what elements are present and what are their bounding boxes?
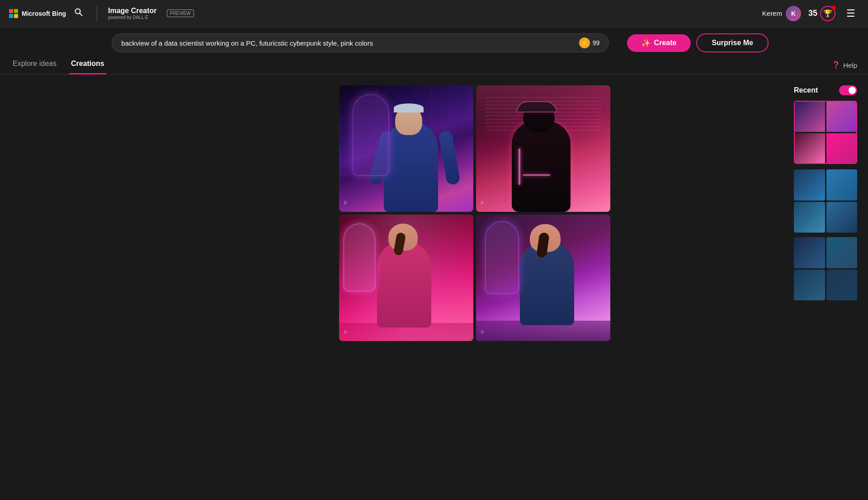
search-input[interactable] (121, 39, 579, 47)
header-left: Microsoft Bing Image Creator powered by … (9, 5, 194, 22)
coin-number: 35 (808, 9, 817, 18)
watermark-2: ᵇ (480, 199, 483, 209)
search-bar: ⚡ 99 (112, 33, 609, 52)
main-content: ᵇ (0, 75, 868, 352)
header-right: Kerem K 35 🏆 ☰ (762, 6, 859, 21)
bing-logo[interactable]: Microsoft Bing (9, 9, 66, 18)
recent-thumb-2[interactable] (826, 102, 857, 132)
recent-thumb-10[interactable] (826, 237, 858, 268)
recent-thumb-3[interactable] (795, 133, 825, 164)
recent-thumb-1[interactable] (795, 102, 825, 132)
coin-count: 35 🏆 (808, 6, 835, 21)
watermark-4: ᵇ (480, 328, 483, 338)
surprise-label: Surprise Me (712, 39, 753, 47)
search-button[interactable] (71, 5, 86, 22)
username: Kerem (762, 9, 782, 17)
image-card-2[interactable]: ᵇ (476, 85, 610, 212)
help-icon: ❓ (832, 61, 840, 69)
recent-thumb-4[interactable] (826, 133, 857, 164)
image-card-3[interactable]: ᵇ (339, 215, 473, 341)
help-label: Help (843, 61, 857, 69)
tab-creations[interactable]: Creations (69, 56, 106, 75)
help-button[interactable]: ❓ Help (832, 61, 857, 69)
create-label: Create (654, 39, 677, 47)
avatar[interactable]: K (786, 6, 801, 21)
recent-group-3[interactable] (794, 237, 857, 300)
header-divider (97, 5, 97, 22)
boost-count: 99 (593, 39, 600, 47)
user-info: Kerem K (762, 6, 801, 21)
app-title-group: Image Creator powered by DALL·E (108, 7, 157, 20)
header: Microsoft Bing Image Creator powered by … (0, 0, 868, 27)
recent-thumb-9[interactable] (794, 237, 825, 268)
windows-icon (9, 9, 18, 18)
image-card-1[interactable]: ᵇ (339, 85, 473, 212)
app-title: Image Creator (108, 7, 157, 15)
search-icon (74, 8, 83, 17)
lightning-icon: ⚡ (579, 37, 590, 48)
recent-thumb-5[interactable] (794, 169, 825, 201)
watermark-3: ᵇ (343, 328, 346, 338)
image-card-4[interactable]: ᵇ (476, 215, 610, 341)
svg-rect-1 (14, 9, 18, 13)
app-subtitle: powered by DALL·E (108, 15, 157, 20)
recent-thumb-7[interactable] (794, 202, 825, 233)
svg-rect-0 (9, 9, 13, 13)
search-section: ⚡ 99 ✨ Create Surprise Me (0, 27, 868, 52)
recent-thumb-12[interactable] (826, 270, 858, 301)
left-spacer (11, 85, 165, 341)
boost-indicator: ⚡ 99 (579, 37, 600, 48)
recent-toggle[interactable] (839, 85, 857, 95)
recent-group-2[interactable] (794, 169, 857, 233)
svg-rect-2 (9, 14, 13, 18)
image-grid: ᵇ (339, 85, 610, 341)
recent-thumb-8[interactable] (826, 202, 858, 233)
recent-label-row: Recent (794, 85, 857, 95)
svg-rect-3 (14, 14, 18, 18)
tab-explore[interactable]: Explore ideas (11, 56, 58, 75)
recent-group-1[interactable] (794, 101, 857, 164)
image-grid-area: ᵇ (165, 85, 785, 341)
tabs: Explore ideas Creations (11, 56, 106, 74)
create-button[interactable]: ✨ Create (627, 34, 691, 52)
recent-thumb-11[interactable] (794, 270, 825, 301)
svg-point-4 (75, 9, 80, 14)
hamburger-icon: ☰ (846, 8, 855, 19)
notification-dot (832, 6, 835, 9)
coin-badge[interactable]: 🏆 (820, 6, 835, 21)
recent-label: Recent (794, 86, 818, 94)
preview-badge: PREVIEW (167, 9, 194, 17)
bing-label: Microsoft Bing (22, 10, 66, 17)
hamburger-button[interactable]: ☰ (843, 6, 859, 21)
surprise-button[interactable]: Surprise Me (696, 33, 769, 52)
tabs-container: Explore ideas Creations ❓ Help (0, 52, 868, 75)
wand-icon: ✨ (642, 39, 651, 47)
svg-line-5 (80, 13, 82, 16)
recent-thumb-6[interactable] (826, 169, 858, 201)
sidebar: Recent (794, 85, 857, 341)
watermark-1: ᵇ (343, 199, 346, 209)
